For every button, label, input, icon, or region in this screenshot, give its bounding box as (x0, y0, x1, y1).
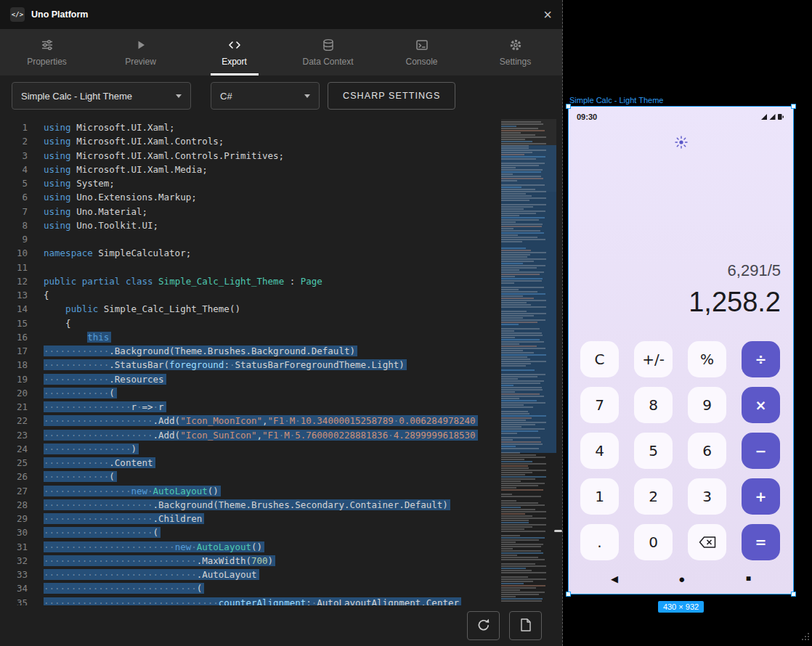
line-number: 11 (0, 261, 28, 274)
code-line[interactable]: 22····················.Add("Icon_MoonIco… (0, 414, 562, 428)
code-line[interactable]: 24················) (0, 442, 562, 456)
tab-console[interactable]: Console (375, 29, 468, 75)
key-9[interactable]: 9 (688, 387, 726, 423)
code-line[interactable]: 26············( (0, 470, 562, 483)
refresh-button[interactable] (467, 611, 500, 640)
panel-resize-handle[interactable] (554, 530, 562, 532)
key-plus-minus[interactable]: +/- (634, 341, 673, 377)
code-line[interactable]: 20············( (0, 386, 562, 400)
code-line[interactable]: 21················r·=>·r (0, 400, 562, 414)
code-line[interactable]: 27················new·AutoLayout() (0, 484, 562, 498)
key-3[interactable]: 3 (688, 478, 726, 515)
code-line[interactable]: 2using Microsoft.UI.Xaml.Controls; (0, 134, 562, 148)
key-4[interactable]: 4 (580, 433, 619, 469)
key-percent[interactable]: % (688, 341, 726, 377)
key-1[interactable]: 1 (580, 478, 619, 515)
uno-platform-panel: </> Uno Platform × PropertiesPreviewExpo… (0, 0, 563, 646)
code-line[interactable]: 35································counte… (0, 596, 562, 606)
key-5[interactable]: 5 (634, 433, 673, 469)
code-line[interactable]: 6using Uno.Extensions.Markup; (0, 190, 562, 204)
code-line[interactable]: 29····················.Children (0, 512, 562, 526)
code-line[interactable]: 17············.Background(Theme.Brushes.… (0, 344, 562, 358)
frame-label[interactable]: Simple Calc - Light Theme (569, 96, 663, 105)
app-window: </> Uno Platform × PropertiesPreviewExpo… (0, 0, 812, 646)
tab-export[interactable]: Export (187, 29, 281, 75)
code-line[interactable]: 32····························.MaxWidth(… (0, 554, 562, 568)
console-icon (415, 38, 429, 52)
code-line[interactable]: 8using Uno.Toolkit.UI; (0, 218, 562, 232)
tab-properties[interactable]: Properties (0, 29, 94, 75)
code-line[interactable]: 12public partial class Simple_Calc_Light… (0, 274, 562, 288)
code-line[interactable]: 7using Uno.Material; (0, 205, 562, 218)
key-2[interactable]: 2 (634, 478, 673, 515)
status-time: 09:30 (577, 113, 597, 121)
selection-handle-bottom-left[interactable] (566, 592, 571, 597)
nav-recents-icon[interactable]: ■ (746, 573, 751, 584)
line-number: 15 (0, 316, 28, 330)
key-0[interactable]: 0 (634, 524, 673, 560)
key-clear[interactable]: C (580, 341, 619, 377)
nav-back-icon[interactable]: ◀ (611, 573, 618, 584)
code-line[interactable]: 28····················.Background(Theme.… (0, 498, 562, 512)
code-line[interactable]: 5using System; (0, 176, 562, 190)
code-line[interactable]: 33····························.AutoLayou… (0, 568, 562, 581)
line-number: 27 (0, 484, 28, 498)
tab-label: Preview (125, 57, 156, 67)
phone-frame[interactable]: 09:30 (569, 107, 793, 594)
key-multiply[interactable]: × (742, 387, 780, 423)
tabbar: PropertiesPreviewExportData ContextConso… (0, 29, 562, 75)
key-6[interactable]: 6 (688, 433, 726, 469)
key-divide[interactable]: ÷ (742, 341, 780, 377)
key-7[interactable]: 7 (580, 387, 619, 423)
gear-icon (509, 38, 522, 52)
code-line[interactable]: 19············.Resources (0, 372, 562, 386)
code-line[interactable]: 15 { (0, 316, 562, 330)
code-line[interactable]: 1using Microsoft.UI.Xaml; (0, 120, 562, 134)
key-decimal[interactable]: . (580, 524, 619, 560)
code-line[interactable]: 10namespace SimpleCalculator; (0, 246, 562, 260)
code-line[interactable]: 34····························( (0, 581, 562, 595)
code-line[interactable]: 3using Microsoft.UI.Xaml.Controls.Primit… (0, 149, 562, 163)
code-line[interactable]: 4using Microsoft.UI.Xaml.Media; (0, 163, 562, 176)
code-line[interactable]: 11 (0, 261, 562, 274)
code-line[interactable]: 13{ (0, 288, 562, 302)
page-select[interactable]: Simple Calc - Light Theme (12, 82, 191, 110)
selection-handle-bottom-right[interactable] (791, 592, 796, 597)
code-line[interactable]: 9 (0, 232, 562, 246)
code-line[interactable]: 25············.Content (0, 456, 562, 470)
document-icon (519, 618, 532, 634)
code-area[interactable]: 1using Microsoft.UI.Xaml;2using Microsof… (0, 120, 562, 605)
tab-data-context[interactable]: Data Context (281, 29, 375, 75)
design-canvas[interactable]: Simple Calc - Light Theme 09:30 (563, 0, 812, 646)
code-line[interactable]: 31························new·AutoLayout… (0, 540, 562, 554)
key-backspace[interactable] (688, 524, 726, 560)
nav-home-icon[interactable]: ● (678, 573, 685, 585)
sun-icon[interactable] (674, 135, 689, 152)
close-icon[interactable]: × (543, 7, 552, 22)
csharp-settings-button[interactable]: CSHARP SETTINGS (328, 82, 455, 110)
minimap-lines (501, 119, 556, 602)
line-number: 7 (0, 205, 28, 218)
key-8[interactable]: 8 (634, 387, 673, 423)
code-line[interactable]: 18············.StatusBar(foreground:·Sta… (0, 358, 562, 372)
titlebar: </> Uno Platform × (0, 0, 562, 29)
code-editor[interactable]: 1using Microsoft.UI.Xaml;2using Microsof… (0, 116, 562, 605)
selection-handle-top-right[interactable] (791, 104, 796, 109)
export-file-button[interactable] (509, 611, 542, 640)
key-add[interactable]: + (742, 478, 780, 515)
minimap[interactable] (501, 119, 556, 602)
key-equals[interactable]: = (742, 524, 780, 560)
code-line[interactable]: 16 this (0, 330, 562, 344)
key-subtract[interactable]: − (742, 433, 780, 469)
code-line[interactable]: 14 public Simple_Calc_Light_Theme() (0, 302, 562, 316)
selection-handle-top-left[interactable] (566, 104, 571, 109)
language-select[interactable]: C# (211, 82, 320, 110)
tab-settings[interactable]: Settings (468, 29, 562, 75)
line-number: 32 (0, 554, 28, 568)
keypad: C+/-%÷789×456−123+.0= (580, 341, 780, 560)
tab-preview[interactable]: Preview (94, 29, 187, 75)
frame-size-badge: 430 × 932 (658, 601, 704, 613)
window-resize-grip[interactable] (801, 631, 810, 644)
code-line[interactable]: 30····················( (0, 526, 562, 539)
code-line[interactable]: 23····················.Add("Icon_SunIcon… (0, 428, 562, 442)
